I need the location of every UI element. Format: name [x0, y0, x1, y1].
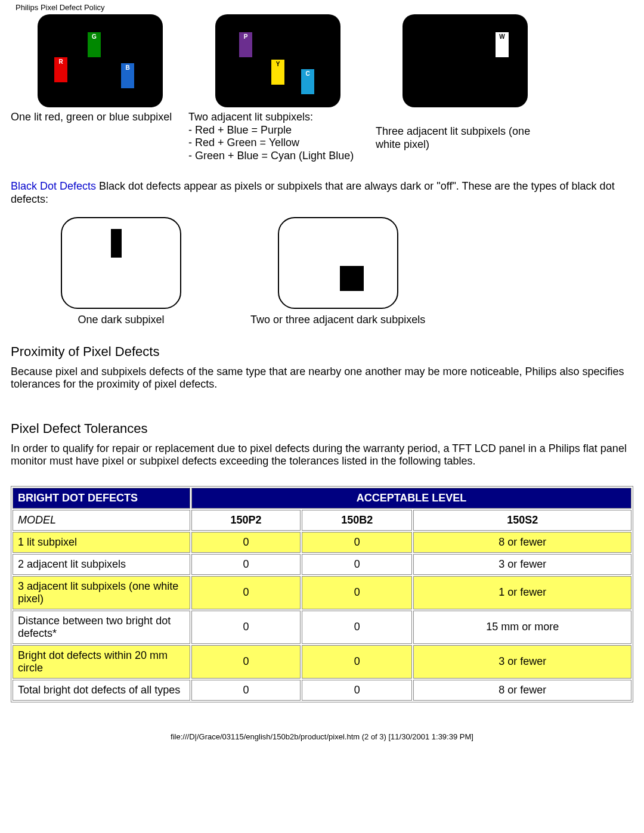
- black-dot-paragraph: Black Dot Defects Black dot defects appe…: [11, 180, 633, 206]
- row-value: 0: [302, 611, 412, 644]
- table-row: 1 lit subpixel008 or fewer: [13, 532, 631, 553]
- illustration-dark-2: [278, 217, 398, 309]
- row-value: 0: [191, 645, 301, 679]
- lit-subpixel-row: R G B One lit red, green or blue subpixe…: [11, 14, 633, 162]
- row-value: 3 or fewer: [413, 645, 631, 679]
- model-2: 150S2: [413, 510, 631, 531]
- table-row: Distance between two bright dot defects*…: [13, 611, 631, 644]
- proximity-heading: Proximity of Pixel Defects: [11, 344, 633, 360]
- row-value: 1 or fewer: [413, 576, 631, 609]
- row-label: 3 adjacent lit subpixels (one white pixe…: [13, 576, 190, 609]
- table-row: 3 adjacent lit subpixels (one white pixe…: [13, 576, 631, 609]
- subpixel-purple: P: [239, 32, 252, 57]
- lit-col-0: R G B One lit red, green or blue subpixe…: [11, 14, 173, 162]
- lit-col-2: W Three adjacent lit subpixels (one whit…: [376, 14, 538, 162]
- row-value: 0: [302, 532, 412, 553]
- dark-caption-1: Two or three adjacent dark subpixels: [250, 314, 425, 326]
- dark-col-0: One dark subpixel: [61, 217, 181, 326]
- table-row: 2 adjacent lit subpixels003 or fewer: [13, 554, 631, 575]
- row-value: 8 or fewer: [413, 532, 631, 553]
- tolerances-heading: Pixel Defect Tolerances: [11, 421, 633, 436]
- tolerance-table: BRIGHT DOT DEFECTS ACCEPTABLE LEVEL MODE…: [11, 486, 633, 702]
- page-header: Philips Pixel Defect Policy: [16, 3, 633, 12]
- model-0: 150P2: [191, 510, 301, 531]
- dark-subpixel-row: One dark subpixel Two or three adjacent …: [11, 217, 633, 326]
- page-footer: file:///D|/Grace/03115/english/150b2b/pr…: [11, 732, 633, 741]
- row-value: 0: [191, 554, 301, 575]
- model-label: MODEL: [13, 510, 190, 531]
- illustration-pyc: P Y C: [215, 14, 340, 107]
- row-value: 15 mm or more: [413, 611, 631, 644]
- subpixel-yellow: Y: [271, 60, 284, 85]
- illustration-white: W: [402, 14, 528, 107]
- row-value: 0: [302, 576, 412, 609]
- illustration-rgb: R G B: [38, 14, 163, 107]
- black-dot-text: Black dot defects appear as pixels or su…: [11, 180, 615, 205]
- dark-caption-0: One dark subpixel: [78, 314, 164, 326]
- row-value: 0: [302, 680, 412, 701]
- subpixel-green: G: [88, 32, 101, 57]
- row-value: 0: [302, 554, 412, 575]
- table-model-row: MODEL 150P2 150B2 150S2: [13, 510, 631, 531]
- lit-col-1: P Y C Two adjacent lit subpixels: - Red …: [188, 14, 360, 162]
- dark-subpixel-single: [111, 229, 122, 258]
- header-bright-dot: BRIGHT DOT DEFECTS: [13, 488, 190, 509]
- lit-caption-0: One lit red, green or blue subpixel: [11, 111, 173, 124]
- tolerances-text: In order to qualify for repair or replac…: [11, 442, 633, 468]
- row-label: Distance between two bright dot defects*: [13, 611, 190, 644]
- table-row: Total bright dot defects of all types008…: [13, 680, 631, 701]
- black-dot-heading: Black Dot Defects: [11, 180, 96, 192]
- subpixel-blue: B: [121, 63, 134, 88]
- row-value: 0: [302, 645, 412, 679]
- row-value: 0: [191, 576, 301, 609]
- subpixel-white: W: [496, 32, 509, 57]
- header-acceptable: ACCEPTABLE LEVEL: [191, 488, 631, 509]
- row-label: Total bright dot defects of all types: [13, 680, 190, 701]
- table-row: Bright dot defects within 20 mm circle00…: [13, 645, 631, 679]
- proximity-text: Because pixel and subpixels defects of t…: [11, 366, 633, 391]
- row-value: 0: [191, 680, 301, 701]
- row-value: 0: [191, 611, 301, 644]
- subpixel-cyan: C: [301, 69, 314, 94]
- lit-caption-2: Three adjacent lit subpixels (one white …: [376, 125, 538, 151]
- row-label: 2 adjacent lit subpixels: [13, 554, 190, 575]
- table-header-row: BRIGHT DOT DEFECTS ACCEPTABLE LEVEL: [13, 488, 631, 509]
- row-value: 3 or fewer: [413, 554, 631, 575]
- row-value: 8 or fewer: [413, 680, 631, 701]
- lit-caption-1: Two adjacent lit subpixels: - Red + Blue…: [188, 111, 360, 162]
- illustration-dark-1: [61, 217, 181, 309]
- subpixel-red: R: [54, 57, 67, 82]
- row-value: 0: [191, 532, 301, 553]
- row-label: 1 lit subpixel: [13, 532, 190, 553]
- dark-subpixel-multi: [340, 266, 364, 291]
- dark-col-1b: Two or three adjacent dark subpixels: [250, 217, 425, 326]
- row-label: Bright dot defects within 20 mm circle: [13, 645, 190, 679]
- model-1: 150B2: [302, 510, 412, 531]
